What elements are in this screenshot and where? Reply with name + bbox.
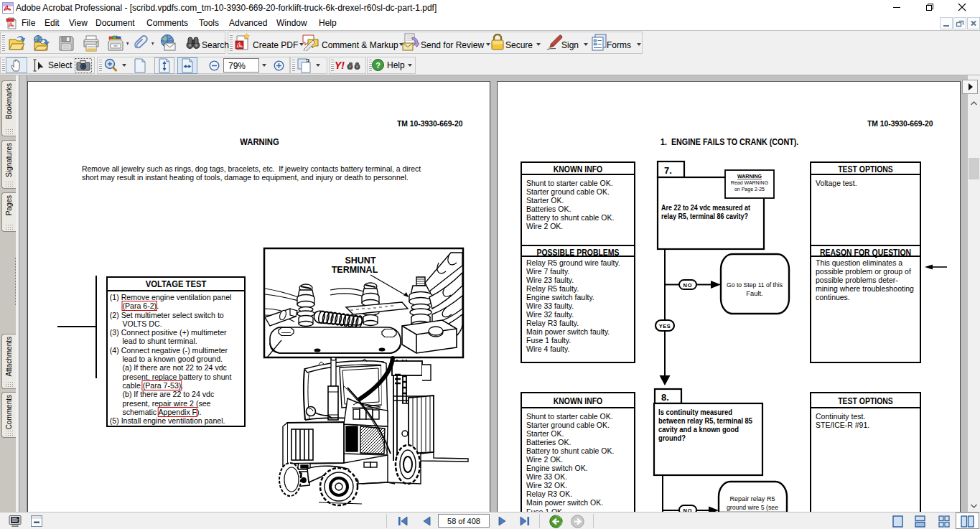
svg-text:Read WARNING: Read WARNING: [731, 180, 768, 185]
svg-text:ground wire 5 (see: ground wire 5 (see: [727, 504, 778, 511]
svg-text:Fault.: Fault.: [746, 290, 762, 297]
svg-text:relay R5, terminal 86 cavity?: relay R5, terminal 86 cavity?: [661, 212, 748, 220]
svg-text:7.: 7.: [664, 165, 672, 176]
svg-text:YES: YES: [659, 323, 671, 329]
svg-text:SHUNT: SHUNT: [345, 256, 375, 266]
svg-text:Go to Step 11 of this: Go to Step 11 of this: [727, 281, 783, 289]
svg-text:TERMINAL: TERMINAL: [332, 265, 378, 275]
svg-text:cavity and a known good: cavity and a known good: [658, 426, 739, 434]
svg-text:Repair relay R5: Repair relay R5: [730, 495, 775, 502]
svg-text:NO: NO: [683, 282, 692, 289]
svg-text:ground?: ground?: [658, 434, 686, 442]
svg-text:between relay R5, terminal 85: between relay R5, terminal 85: [658, 417, 752, 425]
svg-text:WARNING: WARNING: [737, 174, 762, 179]
svg-text:Are 22 to 24 vdc measured at: Are 22 to 24 vdc measured at: [661, 204, 751, 212]
svg-text:Is continuity measured: Is continuity measured: [658, 408, 732, 416]
svg-text:?: ?: [375, 61, 381, 70]
svg-text:on Page 2-25: on Page 2-25: [734, 187, 765, 192]
svg-text:8.: 8.: [661, 392, 669, 403]
